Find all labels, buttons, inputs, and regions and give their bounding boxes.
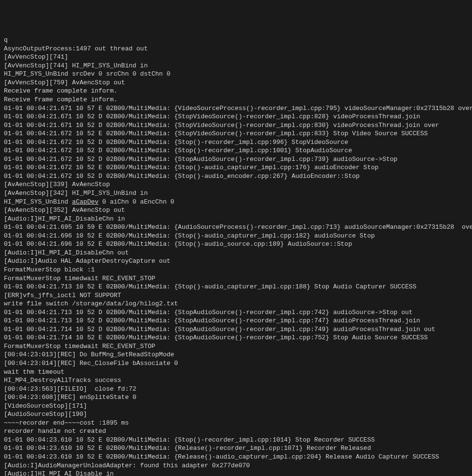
log-line: 01-01 00:04:21.672 10 52 E 02B00/MultiMe… — [4, 129, 468, 138]
log-line: 01-01 00:04:21.672 10 52 D 02B00/MultiMe… — [4, 146, 468, 155]
log-line: q — [4, 36, 468, 45]
log-line: [Audio:I]Audio HAL AdapterDestroyCapture… — [4, 257, 468, 266]
log-line: FormatMuxerStop timedwait REC_EVENT_STOP — [4, 274, 468, 283]
log-line: recorder handle not created — [4, 427, 468, 436]
log-line: 01-01 00:04:21.714 10 52 D 02B00/MultiMe… — [4, 325, 468, 334]
log-line: [00:04:23:014][REC] Rec_CloseFile bAssoc… — [4, 359, 468, 368]
log-line: [00:04:23:563][FILEIO] close fd:72 — [4, 385, 468, 394]
log-line: 01-01 00:04:21.714 10 52 E 02B00/MultiMe… — [4, 333, 468, 342]
log-line: 01-01 00:04:21.672 10 52 E 02B00/MultiMe… — [4, 163, 468, 172]
log-line: 01-01 00:04:21.672 10 52 D 02B00/MultiMe… — [4, 172, 468, 181]
log-line: Receive frame complete inform. — [4, 87, 468, 95]
log-line: 01-01 00:04:21.696 10 52 E 02B00/MultiMe… — [4, 240, 468, 249]
log-line: HI_MP4_DestroyAllTracks success — [4, 376, 468, 385]
log-line: FormatMuxerStop timedwait REC_EVENT_STOP — [4, 342, 468, 351]
log-line: 01-01 00:04:21.671 10 57 E 02B00/MultiMe… — [4, 104, 468, 113]
log-line: [Audio:I]HI_MPI_AI_DisableChn out — [4, 249, 468, 257]
log-line: [Audio:I]HI_MPI_AI_DisableChn in — [4, 215, 468, 223]
log-line: 01-01 00:04:21.672 10 52 D 02B00/MultiMe… — [4, 155, 468, 164]
log-line: 01-01 00:04:21.672 10 52 D 02B00/MultiMe… — [4, 138, 468, 147]
log-line: Receive frame complete inform. — [4, 95, 468, 104]
underlined-text: aCapDev — [72, 198, 98, 206]
log-line: HI_MPI_SYS_UnBind srcDev 0 srcChn 0 dstC… — [4, 70, 468, 79]
log-line: [Audio:I]HI_MPI_AI_Disable in — [4, 470, 468, 476]
log-line: FormatMuxerStop block :1 — [4, 266, 468, 274]
log-line: 01-01 00:04:23.610 10 52 E 02B00/MultiMe… — [4, 444, 468, 453]
log-line: [AvAencStop][352] AvAencStop out — [4, 206, 468, 215]
log-line: [Audio:I]AudioManagerUnloadAdapter: foun… — [4, 461, 468, 470]
log-line: 01-01 00:04:21.695 10 59 E 02B00/MultiMe… — [4, 223, 468, 232]
log-line: [VideoSourceStop][171] — [4, 402, 468, 411]
log-line: [00:04:23:013][REC] Do BufMng_SetReadSto… — [4, 350, 468, 359]
log-line: [AvAencStop][339] AvAencStop — [4, 180, 468, 189]
log-line: [00:04:23:608][REC] enSpliteState 0 — [4, 393, 468, 402]
terminal-output: qAsyncOutputProcess:1497 out thread out[… — [4, 36, 468, 476]
log-line: 01-01 00:04:21.696 10 52 E 02B00/MultiMe… — [4, 232, 468, 240]
log-line: 01-01 00:04:21.671 10 52 D 02B00/MultiMe… — [4, 112, 468, 121]
log-line: wait thm timeout — [4, 368, 468, 377]
log-line: [AvVencStop][741] — [4, 53, 468, 62]
log-line: 01-01 00:04:21.713 10 52 D 02B00/MultiMe… — [4, 308, 468, 317]
log-line: [AvVencStop][744] HI_MPI_SYS_UnBind in — [4, 62, 468, 70]
log-line: ~~~~recorder end~~~~cost :1895 ms — [4, 419, 468, 428]
log-line: [ERR]vfs_jffs_ioctl NOT SUPPORT — [4, 291, 468, 300]
log-line: 01-01 00:04:21.713 10 52 E 02B00/MultiMe… — [4, 283, 468, 291]
log-line: AsyncOutputProcess:1497 out thread out — [4, 45, 468, 53]
log-line: 01-01 00:04:23.610 10 52 E 02B00/MultiMe… — [4, 436, 468, 444]
log-line: [AvAencStop][342] HI_MPI_SYS_UnBind in — [4, 189, 468, 198]
log-line: 01-01 00:04:23.610 10 52 E 02B00/MultiMe… — [4, 453, 468, 461]
log-line: HI_MPI_SYS_UnBind aCapDev 0 aiChn 0 aEnc… — [4, 198, 468, 206]
log-line: 01-01 00:04:21.671 10 52 D 02B00/MultiMe… — [4, 121, 468, 130]
log-line: [AvVencStop][759] AvAencStop out — [4, 79, 468, 87]
log-line: [AudioSourceStop][190] — [4, 410, 468, 419]
log-line: write file switch /storage/data/log/hilo… — [4, 300, 468, 308]
log-line: 01-01 00:04:21.713 10 52 D 02B00/MultiMe… — [4, 317, 468, 325]
